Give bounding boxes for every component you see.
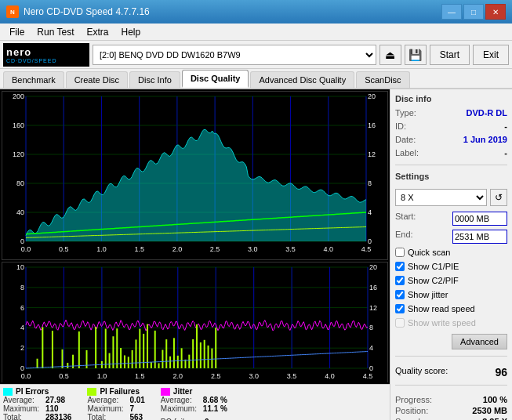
show-write-speed-row: Show write speed	[395, 318, 507, 328]
top-chart	[2, 91, 388, 260]
end-label: End:	[395, 230, 413, 244]
divider2	[395, 356, 507, 357]
tabs: Benchmark Create Disc Disc Info Disc Qua…	[0, 69, 512, 89]
legend-jitter: Jitter Average:8.68 % Maximum:11.1 % PO …	[161, 387, 227, 420]
progress-label: Progress:	[395, 395, 432, 404]
maximize-button[interactable]: □	[463, 4, 484, 20]
quality-score-value: 96	[495, 366, 507, 378]
divider1	[395, 165, 507, 165]
progress-value: 100 %	[483, 395, 507, 404]
tab-advanced-disc-quality[interactable]: Advanced Disc Quality	[250, 71, 354, 88]
legend: PI Errors Average:27.98 Maximum:110 Tota…	[0, 384, 390, 420]
pi-failures-max-value: 7	[129, 404, 134, 413]
save-button[interactable]: 💾	[405, 45, 427, 65]
show-c1-pie-checkbox[interactable]	[395, 262, 405, 271]
start-input[interactable]	[452, 212, 507, 226]
toolbar: nero CD·DVD/SPEED [2:0] BENQ DVD DD DW16…	[0, 41, 512, 69]
jitter-title: Jitter	[173, 387, 192, 396]
jitter-avg-value: 8.68 %	[203, 396, 227, 404]
show-c2-pif-checkbox[interactable]	[395, 276, 405, 285]
top-chart-canvas	[2, 92, 386, 255]
bottom-chart-canvas	[2, 262, 387, 382]
label-value: -	[504, 148, 507, 158]
eject-button[interactable]: ⏏	[379, 45, 401, 65]
divider3	[395, 385, 507, 386]
start-button[interactable]: Start	[430, 45, 470, 65]
show-c2-pif-row: Show C2/PIF	[395, 276, 507, 285]
pi-failures-avg-value: 0.01	[129, 396, 144, 404]
app-title: Nero CD-DVD Speed 4.7.7.16	[24, 6, 150, 17]
jitter-color	[161, 388, 170, 396]
drive-select[interactable]: [2:0] BENQ DVD DD DW1620 B7W9	[93, 45, 376, 65]
pi-failures-total-value: 563	[129, 413, 143, 420]
type-label: Type:	[395, 108, 416, 118]
label-label: Label:	[395, 148, 419, 158]
pi-failures-max-label: Maximum:	[87, 404, 126, 413]
jitter-max-value: 11.1 %	[203, 404, 227, 413]
logo: nero CD·DVD/SPEED	[3, 43, 89, 67]
start-label: Start:	[395, 212, 416, 226]
speed-label: Speed:	[395, 417, 423, 420]
menu-help[interactable]: Help	[115, 25, 147, 39]
minimize-button[interactable]: —	[441, 4, 462, 20]
pi-errors-avg-label: Average:	[3, 396, 42, 404]
position-label: Position:	[395, 406, 428, 415]
show-c1-pie-row: Show C1/PIE	[395, 262, 507, 271]
tab-create-disc[interactable]: Create Disc	[66, 71, 128, 88]
pi-errors-total-label: Total:	[3, 413, 42, 420]
speed-select[interactable]: 8 X4 X12 X16 X	[395, 189, 487, 206]
show-read-speed-checkbox[interactable]	[395, 304, 405, 313]
pi-failures-title: PI Failures	[100, 387, 140, 396]
tab-disc-quality[interactable]: Disc Quality	[182, 70, 249, 88]
tab-disc-info[interactable]: Disc Info	[129, 71, 180, 88]
show-c1-pie-label: Show C1/PIE	[408, 262, 459, 271]
main-content: PI Errors Average:27.98 Maximum:110 Tota…	[0, 89, 512, 420]
settings-title: Settings	[395, 172, 507, 181]
menu-file[interactable]: File	[3, 25, 31, 39]
position-value: 2530 MB	[472, 406, 507, 415]
app-icon: N	[6, 5, 19, 18]
show-jitter-label: Show jitter	[408, 290, 448, 299]
advanced-button[interactable]: Advanced	[452, 334, 507, 349]
progress-rows: Progress: 100 % Position: 2530 MB Speed:…	[395, 395, 507, 420]
quality-score-row: Quality score: 96	[395, 366, 507, 378]
speed-value: 3.35 X	[482, 417, 507, 420]
quality-score-label: Quality score:	[395, 366, 448, 378]
id-label: ID:	[395, 121, 406, 131]
menu-run-test[interactable]: Run Test	[31, 25, 80, 39]
show-write-speed-checkbox[interactable]	[395, 318, 405, 328]
pi-failures-avg-label: Average:	[87, 396, 126, 404]
pi-errors-max-value: 110	[45, 404, 59, 413]
close-button[interactable]: ✕	[485, 4, 506, 20]
legend-pi-errors: PI Errors Average:27.98 Maximum:110 Tota…	[3, 387, 71, 420]
bottom-chart	[2, 262, 388, 383]
window-controls: — □ ✕	[441, 4, 506, 20]
show-jitter-row: Show jitter	[395, 290, 507, 299]
pi-errors-avg-value: 27.98	[45, 396, 65, 404]
jitter-avg-label: Average:	[161, 396, 200, 404]
disc-info-title: Disc info	[395, 94, 507, 103]
quick-scan-label: Quick scan	[408, 248, 450, 257]
pi-errors-total-value: 283136	[45, 413, 71, 420]
type-value: DVD-R DL	[466, 108, 507, 118]
quick-scan-checkbox[interactable]	[395, 248, 405, 257]
show-read-speed-label: Show read speed	[408, 304, 475, 313]
end-input[interactable]	[452, 230, 507, 244]
show-c2-pif-label: Show C2/PIF	[408, 276, 459, 285]
tab-scandisc[interactable]: ScanDisc	[356, 71, 409, 88]
menubar: File Run Test Extra Help	[0, 24, 512, 41]
exit-button[interactable]: Exit	[473, 45, 509, 65]
date-value: 1 Jun 2019	[463, 135, 507, 144]
show-write-speed-label: Show write speed	[408, 318, 476, 328]
pi-failures-total-label: Total:	[87, 413, 126, 420]
menu-extra[interactable]: Extra	[80, 25, 114, 39]
refresh-button[interactable]: ↺	[490, 189, 507, 206]
id-value: -	[504, 121, 507, 131]
date-label: Date:	[395, 135, 416, 144]
tab-benchmark[interactable]: Benchmark	[3, 71, 64, 88]
show-read-speed-row: Show read speed	[395, 304, 507, 313]
quick-scan-row: Quick scan	[395, 248, 507, 257]
pi-failures-color	[87, 388, 96, 396]
show-jitter-checkbox[interactable]	[395, 290, 405, 299]
right-panel: Disc info Type: DVD-R DL ID: - Date: 1 J…	[390, 89, 512, 420]
